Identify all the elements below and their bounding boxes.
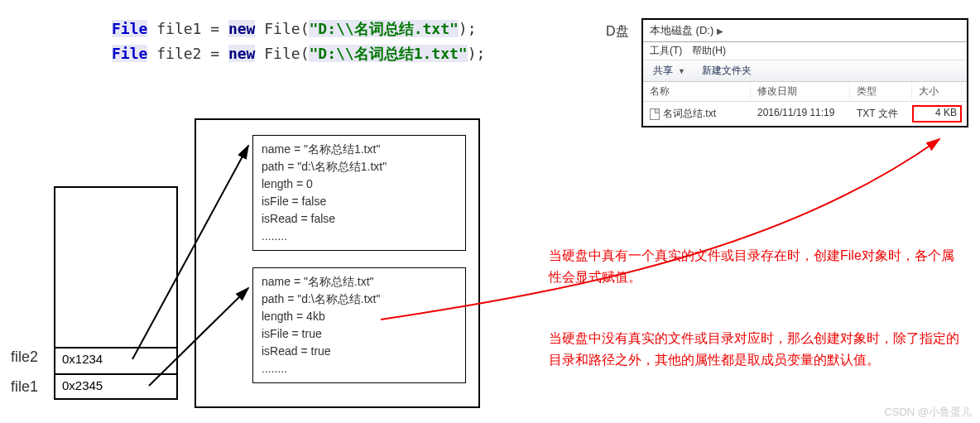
col-date[interactable]: 修改日期	[751, 82, 850, 101]
obj-prop: ........	[262, 360, 457, 377]
col-name[interactable]: 名称	[643, 82, 751, 101]
col-type[interactable]: 类型	[850, 82, 912, 101]
file-date: 2016/11/19 11:19	[751, 105, 850, 123]
keyword-file: File	[112, 45, 147, 62]
string-literal-1: "D:\\名词总结.txt"	[309, 20, 458, 37]
object-box-file1: name = "名称总结.txt" path = "d:\名称总结.txt" l…	[252, 267, 466, 383]
code-line-2: File file2 = new File("D:\\名词总结1.txt");	[112, 41, 485, 66]
explanation-exists: 当硬盘中真有一个真实的文件或目录存在时，创建File对象时，各个属性会显式赋值。	[549, 245, 963, 288]
obj-prop: isRead = false	[262, 210, 457, 228]
chevron-right-icon: ▶	[717, 26, 723, 36]
menu-tools[interactable]: 工具(T)	[650, 44, 682, 58]
label-file2: file2	[11, 348, 38, 366]
obj-prop: length = 4kb	[262, 308, 457, 325]
label-file1: file1	[11, 378, 38, 396]
explorer-columns: 名称 修改日期 类型 大小	[643, 82, 967, 102]
string-literal-2: "D:\\名词总结1.txt"	[309, 45, 467, 62]
obj-prop: isRead = true	[262, 343, 457, 360]
explanation-not-exists: 当硬盘中没有真实的文件或目录对应时，那么创建对象时，除了指定的目录和路径之外，其…	[549, 328, 971, 371]
toolbar-share[interactable]: 共享	[653, 64, 673, 78]
keyword-file: File	[112, 20, 147, 37]
d-drive-label: D盘	[606, 23, 629, 41]
explorer-toolbar: 共享▼ 新建文件夹	[643, 60, 967, 82]
file-icon	[650, 108, 660, 120]
chevron-down-icon: ▼	[678, 67, 685, 75]
menu-help[interactable]: 帮助(H)	[692, 44, 726, 58]
stack-cell-file1: 0x2345	[55, 373, 176, 400]
code-block: File file1 = new File("D:\\名词总结.txt"); F…	[112, 17, 485, 66]
explorer-window: 本地磁盘 (D:) ▶ 工具(T) 帮助(H) 共享▼ 新建文件夹 名称 修改日…	[641, 18, 968, 127]
obj-prop: path = "d:\名称总结1.txt"	[262, 158, 457, 175]
ctor-file: File	[264, 45, 300, 62]
toolbar-newfolder[interactable]: 新建文件夹	[702, 64, 752, 78]
explorer-menubar: 工具(T) 帮助(H)	[643, 42, 967, 60]
col-size[interactable]: 大小	[912, 82, 962, 101]
file-size-highlighted: 4 KB	[912, 105, 962, 123]
obj-prop: name = "名称总结.txt"	[262, 273, 457, 291]
var-file1: file1	[156, 20, 201, 37]
keyword-new: new	[228, 45, 256, 62]
ctor-file: File	[264, 20, 300, 37]
file-name: 名词总结.txt	[663, 107, 716, 121]
stack-area: 0x1234 0x2345	[54, 186, 178, 400]
code-line-1: File file1 = new File("D:\\名词总结.txt");	[112, 17, 485, 41]
obj-prop: path = "d:\名称总结.txt"	[262, 291, 457, 308]
file-type: TXT 文件	[850, 105, 912, 123]
heap-area: name = "名称总结1.txt" path = "d:\名称总结1.txt"…	[195, 118, 480, 408]
file-cell: 名词总结.txt	[643, 105, 751, 123]
explorer-path: 本地磁盘 (D:)	[650, 23, 713, 38]
var-file2: file2	[156, 45, 201, 62]
obj-prop: isFile = false	[262, 193, 457, 210]
explorer-addressbar[interactable]: 本地磁盘 (D:) ▶	[643, 20, 967, 42]
obj-prop: name = "名称总结1.txt"	[262, 141, 457, 158]
stack-cell-file2: 0x1234	[55, 347, 176, 373]
keyword-new: new	[228, 20, 256, 37]
csdn-watermark: CSDN @小鲁蛋儿	[884, 405, 972, 420]
obj-prop: length = 0	[262, 175, 457, 193]
obj-prop: ........	[262, 228, 457, 245]
obj-prop: isFile = true	[262, 325, 457, 343]
object-box-file2: name = "名称总结1.txt" path = "d:\名称总结1.txt"…	[252, 135, 466, 251]
table-row[interactable]: 名词总结.txt 2016/11/19 11:19 TXT 文件 4 KB	[643, 102, 967, 126]
